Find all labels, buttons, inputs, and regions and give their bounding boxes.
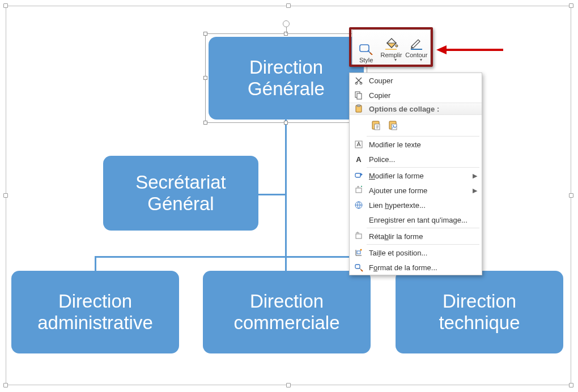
menu-add-shape[interactable]: Ajouter une forme ▶ bbox=[350, 183, 482, 198]
mini-outline-button[interactable]: Contour ▾ bbox=[404, 31, 429, 65]
svg-rect-21 bbox=[356, 234, 362, 238]
selection-handle[interactable] bbox=[286, 3, 291, 8]
outline-pen-icon bbox=[409, 34, 424, 50]
svg-rect-22 bbox=[357, 251, 360, 254]
menu-save-as-picture[interactable]: Enregistrer en tant qu'image... bbox=[350, 212, 482, 227]
menu-label: Options de collage : bbox=[369, 105, 439, 113]
paste-as-picture-button[interactable] bbox=[386, 118, 401, 133]
mini-style-label: Style bbox=[359, 57, 373, 63]
selection-handle[interactable] bbox=[569, 193, 573, 198]
menu-format-shape[interactable]: Format de la forme... bbox=[350, 260, 482, 275]
mini-fill-button[interactable]: Remplir ▾ bbox=[379, 31, 403, 65]
selection-handle[interactable] bbox=[3, 193, 8, 198]
dropdown-caret-icon: ▾ bbox=[420, 57, 422, 62]
menu-label: Modifier la forme bbox=[369, 172, 424, 180]
menu-copy[interactable]: Copier bbox=[350, 88, 482, 103]
menu-label: Rétablir la forme bbox=[369, 232, 423, 241]
menu-label: Modifier le texte bbox=[369, 140, 421, 149]
selection-handle[interactable] bbox=[3, 3, 8, 8]
node-label: Direction commerciale bbox=[233, 291, 339, 334]
menu-label: Couper bbox=[369, 76, 393, 85]
menu-hyperlink[interactable]: Lien hypertexte... bbox=[350, 198, 482, 212]
node-label: Secrétariat Général bbox=[135, 172, 226, 215]
svg-rect-24 bbox=[355, 265, 360, 269]
node-label: Direction administrative bbox=[37, 291, 153, 334]
svg-point-1 bbox=[396, 45, 398, 47]
svg-rect-2 bbox=[385, 49, 397, 50]
svg-rect-18 bbox=[355, 173, 360, 177]
node-label: Direction Générale bbox=[248, 57, 325, 100]
change-shape-icon bbox=[353, 170, 364, 181]
context-menu: Couper Copier Options de collage : bbox=[349, 73, 482, 275]
menu-font[interactable]: A Police... bbox=[350, 152, 482, 167]
menu-label: Copier bbox=[369, 91, 390, 100]
node-direction-administrative[interactable]: Direction administrative bbox=[11, 271, 179, 353]
svg-rect-0 bbox=[360, 45, 369, 52]
menu-label: Enregistrer en tant qu'image... bbox=[369, 216, 468, 224]
svg-rect-19 bbox=[356, 188, 362, 193]
selection-handle[interactable] bbox=[569, 383, 573, 387]
selection-handle[interactable] bbox=[3, 383, 8, 387]
mini-fill-label: Remplir bbox=[381, 52, 402, 58]
menu-cut[interactable]: Couper bbox=[350, 73, 482, 88]
mini-toolbar: Style Remplir ▾ Conto bbox=[352, 29, 431, 65]
svg-rect-11 bbox=[357, 105, 360, 106]
selection-handle[interactable] bbox=[286, 383, 291, 387]
svg-point-16 bbox=[393, 125, 394, 126]
canvas: Direction Générale Secrétariat Général D… bbox=[0, 0, 578, 392]
menu-separator bbox=[367, 228, 479, 228]
menu-change-shape[interactable]: Modifier la forme ▶ bbox=[350, 168, 482, 183]
mini-style-button[interactable]: Style bbox=[354, 31, 379, 65]
dropdown-caret-icon: ▾ bbox=[394, 57, 397, 62]
mini-outline-label: Contour bbox=[405, 52, 427, 58]
paste-keep-formatting-button[interactable] bbox=[369, 118, 384, 133]
shape-style-icon bbox=[358, 39, 374, 55]
rotation-handle[interactable] bbox=[283, 20, 290, 27]
menu-separator bbox=[367, 244, 479, 245]
cut-icon bbox=[353, 75, 364, 86]
menu-size-position[interactable]: Taille et position... bbox=[350, 245, 482, 260]
fill-bucket-icon bbox=[383, 34, 399, 50]
menu-paste-options bbox=[350, 115, 482, 135]
menu-label: Ajouter une forme bbox=[369, 186, 427, 195]
svg-point-23 bbox=[360, 249, 362, 251]
menu-separator bbox=[367, 136, 479, 137]
menu-label: Police... bbox=[369, 155, 395, 164]
submenu-arrow-icon: ▶ bbox=[473, 187, 477, 194]
copy-icon bbox=[353, 90, 364, 101]
node-secretariat-general[interactable]: Secrétariat Général bbox=[103, 156, 258, 231]
svg-rect-9 bbox=[357, 93, 362, 99]
menu-separator bbox=[367, 167, 479, 168]
paste-icon bbox=[353, 103, 364, 114]
menu-reset-shape[interactable]: Rétablir la forme bbox=[350, 229, 482, 244]
svg-rect-3 bbox=[411, 49, 422, 50]
hyperlink-icon bbox=[353, 199, 364, 211]
node-direction-generale[interactable]: Direction Générale bbox=[209, 37, 364, 120]
node-direction-commerciale[interactable]: Direction commerciale bbox=[203, 271, 371, 353]
menu-label: Format de la forme... bbox=[369, 263, 437, 272]
add-shape-icon bbox=[353, 185, 364, 196]
font-icon: A bbox=[353, 154, 364, 165]
reset-shape-icon bbox=[353, 231, 364, 242]
submenu-arrow-icon: ▶ bbox=[473, 172, 477, 180]
blank-icon bbox=[353, 214, 364, 225]
menu-edit-text[interactable]: Modifier le texte bbox=[350, 137, 482, 152]
menu-label: Lien hypertexte... bbox=[369, 201, 426, 210]
rotation-stem bbox=[286, 27, 287, 33]
size-position-icon bbox=[353, 247, 364, 258]
edit-text-icon bbox=[353, 139, 364, 150]
menu-paste-options-header: Options de collage : bbox=[350, 103, 482, 115]
node-label: Direction technique bbox=[439, 291, 520, 334]
format-shape-icon bbox=[353, 262, 364, 273]
menu-label: Taille et position... bbox=[369, 249, 427, 257]
node-direction-technique[interactable]: Direction technique bbox=[396, 271, 563, 353]
selection-handle[interactable] bbox=[569, 3, 573, 8]
